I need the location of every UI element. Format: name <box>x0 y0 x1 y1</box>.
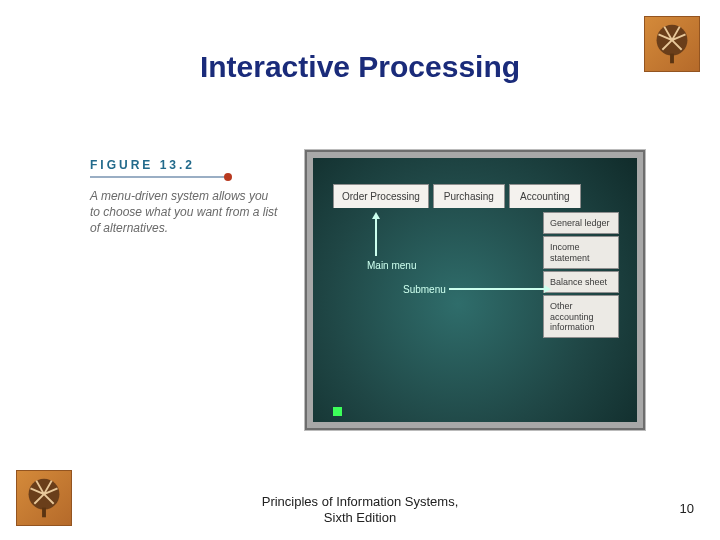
page-number: 10 <box>680 501 694 516</box>
presence-indicator <box>333 407 342 416</box>
slide: Interactive Processing FIGURE 13.2 A men… <box>0 0 720 540</box>
submenu-item: General ledger <box>543 212 619 234</box>
figure-description: A menu-driven system allows you to choos… <box>90 188 280 237</box>
footer-line1: Principles of Information Systems, <box>262 494 459 509</box>
slide-title: Interactive Processing <box>0 50 720 84</box>
submenu-item: Balance sheet <box>543 271 619 293</box>
main-menu-tabs: Order Processing Purchasing Accounting <box>333 184 581 208</box>
submenu-item: Income statement <box>543 236 619 269</box>
slide-footer: Principles of Information Systems, Sixth… <box>0 494 720 527</box>
menu-diagram: Order Processing Purchasing Accounting G… <box>305 150 645 430</box>
tab-purchasing: Purchasing <box>433 184 505 208</box>
arrow-main-menu <box>375 218 377 256</box>
label-submenu: Submenu <box>403 284 446 295</box>
figure-rule <box>90 176 230 178</box>
figure-label: FIGURE 13.2 <box>90 158 280 172</box>
label-main-menu: Main menu <box>367 260 416 271</box>
submenu-item: Other accounting information <box>543 295 619 338</box>
footer-line2: Sixth Edition <box>324 510 396 525</box>
arrow-submenu <box>449 288 545 290</box>
submenu-list: General ledger Income statement Balance … <box>543 212 619 338</box>
tab-accounting: Accounting <box>509 184 581 208</box>
tab-order-processing: Order Processing <box>333 184 429 208</box>
figure-caption: FIGURE 13.2 A menu-driven system allows … <box>90 158 280 237</box>
